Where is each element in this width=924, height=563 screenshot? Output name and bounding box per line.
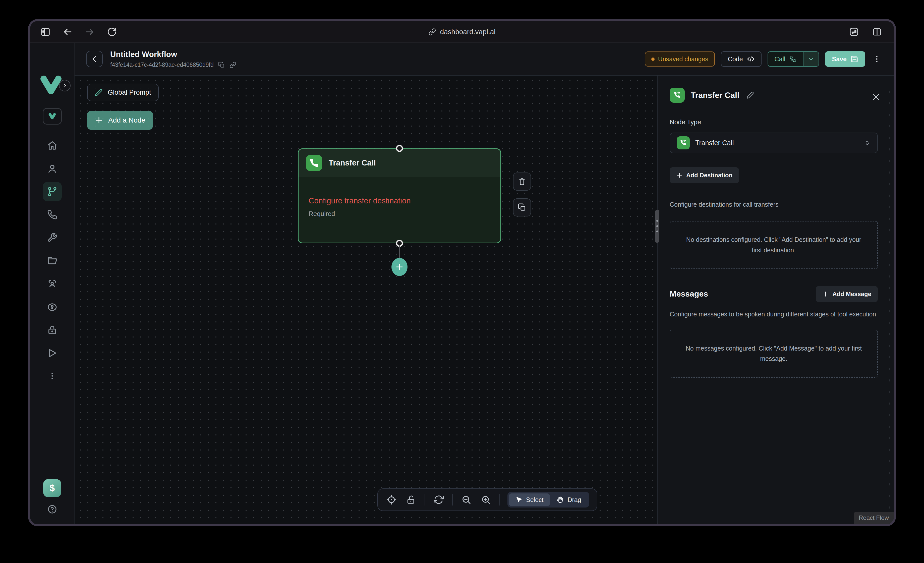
node-source-handle[interactable]	[396, 240, 403, 247]
call-options-caret[interactable]	[803, 52, 819, 66]
browser-chrome: dashboard.vapi.ai	[30, 21, 894, 43]
rename-pencil-icon[interactable]	[747, 92, 754, 99]
sidebar-item-tools[interactable]	[43, 228, 62, 247]
page-title: Untitled Workflow	[110, 50, 236, 59]
back-to-workflows-button[interactable]	[86, 51, 103, 67]
more-options-button[interactable]	[871, 51, 882, 67]
pencil-icon	[94, 89, 103, 96]
call-button[interactable]: Call	[768, 52, 803, 66]
back-button[interactable]	[62, 26, 74, 38]
reload-button[interactable]	[106, 26, 117, 38]
plus-icon	[676, 172, 683, 179]
zoom-in-button[interactable]	[480, 494, 492, 506]
trash-icon	[518, 177, 526, 186]
home-icon	[47, 140, 57, 151]
node-target-handle[interactable]	[396, 145, 403, 152]
ellipsis-icon	[47, 371, 57, 381]
copy-link-icon[interactable]	[230, 62, 236, 68]
sidebar-item-more[interactable]	[43, 366, 62, 386]
call-split-button[interactable]: Call	[768, 51, 819, 67]
toolbar-divider	[424, 494, 425, 506]
sliders-icon[interactable]	[848, 26, 860, 38]
add-destination-button[interactable]: Add Destination	[670, 167, 739, 183]
react-flow-attribution[interactable]: React Flow	[854, 512, 894, 524]
forward-button[interactable]	[84, 26, 95, 38]
user-icon	[47, 164, 57, 174]
sidebar-expand-icon[interactable]	[59, 80, 70, 92]
plus-icon	[822, 291, 829, 297]
transfer-call-node[interactable]: Transfer Call Configure transfer destina…	[298, 149, 501, 243]
folder-icon	[47, 256, 57, 266]
sidebar-item-api-keys[interactable]	[43, 320, 62, 339]
refresh-layout-button[interactable]	[433, 494, 445, 506]
add-node-button[interactable]: Add a Node	[87, 111, 153, 130]
save-floppy-icon	[850, 55, 858, 63]
close-panel-icon[interactable]	[871, 92, 881, 102]
users-group-icon	[47, 278, 58, 290]
edge-stub	[399, 246, 400, 260]
lock-toggle-button[interactable]	[405, 494, 417, 506]
phone-call-icon	[789, 56, 796, 63]
mode-segmented-control: Select Drag	[507, 492, 589, 507]
messages-section-title: Messages	[670, 289, 708, 299]
gear-icon	[47, 524, 57, 526]
sidebar-item-home[interactable]	[43, 136, 62, 155]
workflow-canvas[interactable]: Global Prompt Add a Node Transfer Call C…	[75, 76, 657, 524]
sidebar-item-help[interactable]	[43, 500, 62, 519]
node-warning-note: Required	[309, 210, 490, 218]
add-next-node-button[interactable]	[392, 258, 408, 276]
crosshair-icon	[386, 495, 396, 505]
wrench-icon	[47, 233, 57, 243]
node-header: Transfer Call	[298, 149, 500, 177]
lock-icon	[47, 325, 57, 335]
vapi-logo	[38, 75, 66, 95]
browser-window: dashboard.vapi.ai	[28, 19, 896, 526]
sidebar-item-billing[interactable]: $	[43, 479, 62, 498]
chevron-down-icon	[808, 56, 814, 62]
select-mode-button[interactable]: Select	[509, 494, 550, 506]
zoom-in-icon	[481, 495, 491, 505]
copy-id-icon[interactable]	[218, 62, 225, 68]
sidebar-item-test-suites[interactable]	[43, 344, 62, 363]
delete-node-button[interactable]	[513, 173, 531, 191]
kebab-icon	[872, 54, 881, 63]
panel-resize-handle[interactable]	[655, 210, 659, 243]
code-button[interactable]: Code	[721, 51, 762, 67]
zoom-out-button[interactable]	[460, 494, 472, 506]
workflow-icon	[47, 186, 57, 197]
zoom-out-icon	[461, 495, 471, 505]
hand-icon	[556, 496, 564, 503]
workflow-header: Untitled Workflow f43fe14a-c17c-4d2f-89a…	[75, 43, 894, 76]
sidebar-item-phone-numbers[interactable]	[43, 205, 62, 224]
node-type-value: Transfer Call	[695, 139, 734, 147]
workspace-switcher[interactable]	[43, 107, 62, 126]
sidebar-toggle-icon[interactable]	[40, 26, 51, 38]
sidebar-item-workflows[interactable]	[43, 182, 62, 201]
drag-mode-button[interactable]: Drag	[550, 494, 588, 506]
plus-icon	[94, 116, 103, 125]
phone-icon	[47, 210, 57, 220]
code-icon	[747, 55, 754, 63]
duplicate-node-button[interactable]	[513, 198, 531, 216]
address-bar[interactable]: dashboard.vapi.ai	[428, 21, 495, 43]
node-warning-text: Configure transfer destination	[309, 197, 490, 206]
fit-view-button[interactable]	[386, 494, 398, 506]
refresh-icon	[434, 495, 444, 505]
transfer-call-icon	[670, 88, 685, 103]
transfer-call-icon	[676, 137, 690, 149]
split-view-icon[interactable]	[871, 26, 883, 38]
sidebar-item-provider-keys[interactable]	[43, 297, 62, 317]
help-icon	[47, 504, 57, 514]
sidebar-item-settings[interactable]	[43, 519, 62, 526]
save-button[interactable]: Save	[825, 51, 865, 67]
add-message-button[interactable]: Add Message	[816, 286, 878, 302]
node-title: Transfer Call	[328, 158, 376, 168]
canvas-toolbar: Select Drag	[377, 488, 597, 511]
node-config-panel: Transfer Call Node Type Transfer Call Ad…	[657, 76, 894, 524]
global-prompt-button[interactable]: Global Prompt	[87, 84, 159, 101]
sidebar-item-files[interactable]	[43, 252, 62, 271]
sidebar-item-squads[interactable]	[43, 275, 62, 294]
node-type-select[interactable]: Transfer Call	[670, 132, 878, 153]
sidebar-item-assistants[interactable]	[43, 159, 62, 178]
select-caret-icon	[864, 140, 871, 146]
